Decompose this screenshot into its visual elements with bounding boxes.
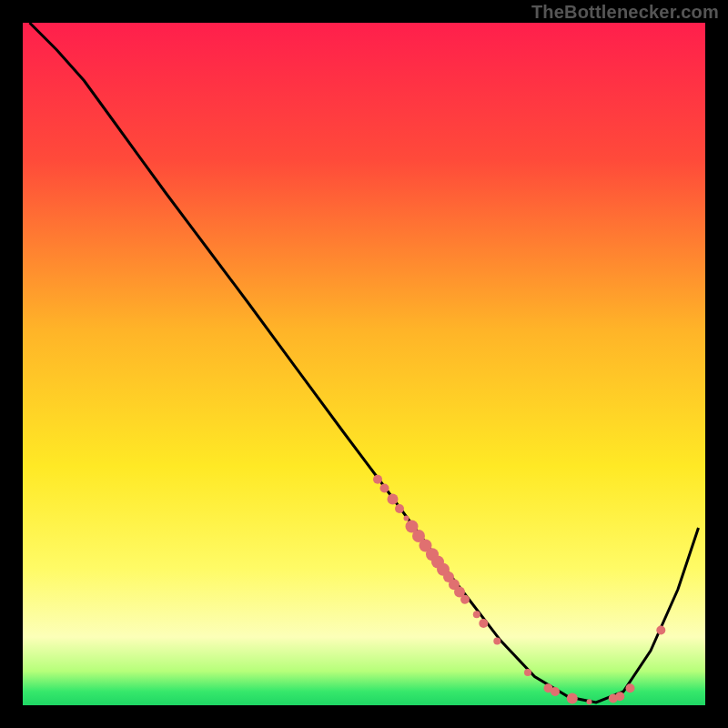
data-marker xyxy=(380,484,389,493)
data-marker xyxy=(404,516,410,521)
data-marker xyxy=(395,504,404,513)
data-marker xyxy=(567,693,578,704)
data-marker xyxy=(656,626,665,635)
data-marker xyxy=(460,595,470,604)
chart-background xyxy=(23,23,705,705)
data-marker xyxy=(626,683,635,693)
chart-svg xyxy=(23,23,705,705)
data-marker xyxy=(493,638,500,645)
data-marker xyxy=(373,475,382,484)
chart-plot-area xyxy=(23,23,705,705)
data-marker xyxy=(524,669,531,676)
data-marker xyxy=(615,692,624,701)
data-marker xyxy=(479,619,488,628)
watermark-text: TheBottlenecker.com xyxy=(531,2,719,23)
data-marker xyxy=(473,611,480,618)
data-marker xyxy=(551,687,560,696)
data-marker xyxy=(388,494,399,505)
data-marker xyxy=(587,699,592,704)
